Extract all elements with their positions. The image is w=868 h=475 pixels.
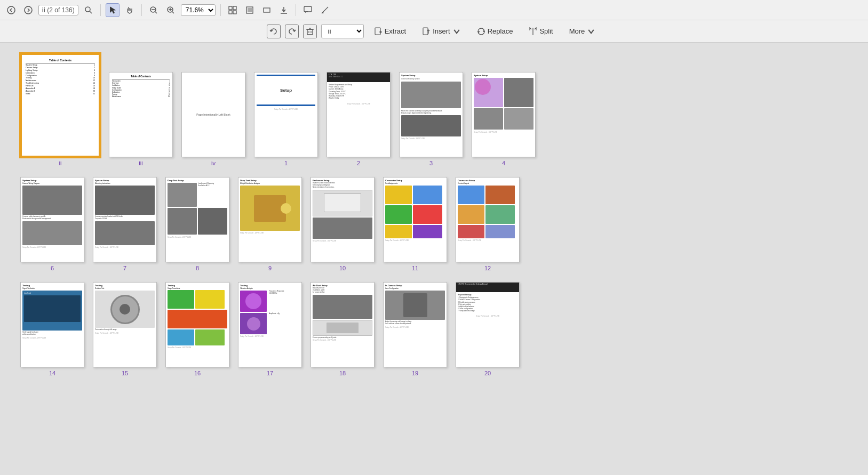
separator1 xyxy=(100,4,101,16)
zoom-select[interactable]: 50% 71.6% 100% 150% xyxy=(181,4,216,16)
svg-point-2 xyxy=(85,7,90,12)
page-thumb-8[interactable]: Drop Test Setup Loading and Clamping Use… xyxy=(165,177,229,271)
svg-rect-18 xyxy=(264,8,270,12)
page-num-20: 20 xyxy=(484,370,491,376)
comment-button[interactable] xyxy=(301,3,315,17)
separator2 xyxy=(141,4,142,16)
page-num-ii: ii xyxy=(59,160,62,166)
main-content: Table of Contents System Setup1 Camera S… xyxy=(0,43,868,475)
svg-line-7 xyxy=(155,12,157,13)
select-tool[interactable] xyxy=(106,3,120,17)
toolbar-second: ii iii iv 1 Extract Insert Replace xyxy=(0,20,868,43)
svg-point-1 xyxy=(25,6,32,14)
page-total: (2 of 136) xyxy=(47,6,74,14)
split-button[interactable]: Split xyxy=(523,25,559,38)
replace-label: Replace xyxy=(488,27,513,35)
pages-row-1: Table of Contents System Setup1 Camera S… xyxy=(16,53,852,166)
page-num-14: 14 xyxy=(49,370,55,376)
page-thumb-7[interactable]: System Setup Mounting Instructions Secur… xyxy=(93,177,157,271)
forward-button[interactable] xyxy=(21,3,35,17)
svg-rect-21 xyxy=(304,6,312,12)
page-thumb-18[interactable]: Air Duct Setup A quality air duct instal… xyxy=(310,282,375,376)
back-button[interactable] xyxy=(4,3,18,17)
page-num-6: 6 xyxy=(51,265,54,271)
page-thumb-10[interactable]: Enclosure Setup Install PCB into enclosu… xyxy=(310,177,375,271)
zoom-in-button[interactable] xyxy=(164,3,178,17)
page-thumb-6[interactable]: System Setup Camera Wiring Diagram Conne… xyxy=(20,177,84,271)
page-thumb-17[interactable]: Testing Vibration Analysis Frequency Res… xyxy=(238,282,302,376)
page-num-iii: iii xyxy=(139,160,142,166)
page-thumb-4[interactable]: System Setup Setup Per Console - LKP P1-… xyxy=(472,72,536,166)
page-thumb-1[interactable]: Setup Setup Per Console - LKP P1-298 1 xyxy=(254,72,318,166)
page-thumb-14[interactable]: Testing Signal Verification Live Feed Ve… xyxy=(20,282,84,376)
page-num-7: 7 xyxy=(123,265,126,271)
page-num-17: 17 xyxy=(267,370,273,376)
page-num-2: 2 xyxy=(357,160,360,166)
delete-page-button[interactable] xyxy=(303,25,317,38)
page-thumb-11[interactable]: Connector Setup Port Assignments xyxy=(383,177,447,271)
svg-rect-13 xyxy=(233,6,236,10)
fit-page-button[interactable] xyxy=(243,3,257,17)
insert-dropdown-arrow xyxy=(452,27,461,36)
hand-tool[interactable] xyxy=(123,3,137,17)
page-thumb-20[interactable]: LTN-TFX Recommended Settings Manual Requ… xyxy=(456,282,520,376)
svg-line-3 xyxy=(90,11,92,13)
toolbar-top: ii (2 of 136) 50% xyxy=(0,0,868,20)
page-thumb-15[interactable]: Testing Rotation Test Test rotation thro… xyxy=(93,282,157,376)
page-display: ii xyxy=(42,6,45,14)
insert-label: Insert xyxy=(433,27,450,35)
page-num-9: 9 xyxy=(268,265,272,271)
undo-button[interactable] xyxy=(267,25,281,38)
redo-button[interactable] xyxy=(285,25,299,38)
page-num-3: 3 xyxy=(429,160,433,166)
page-num-iv: iv xyxy=(211,160,216,166)
page-indicator: ii (2 of 136) xyxy=(38,5,78,15)
page-thumb-9[interactable]: Drop Test Setup Weight Distribution Anal… xyxy=(238,177,302,271)
page-num-8: 8 xyxy=(196,265,199,271)
svg-point-0 xyxy=(7,6,15,14)
pages-row-3: Testing Signal Verification Live Feed Ve… xyxy=(16,282,852,376)
split-label: Split xyxy=(539,27,553,35)
page-select[interactable]: ii iii iv 1 xyxy=(321,24,364,38)
more-label: More xyxy=(569,27,585,35)
download-button[interactable] xyxy=(277,3,291,17)
insert-button[interactable]: Insert xyxy=(416,25,467,38)
svg-rect-15 xyxy=(233,11,236,14)
page-num-1: 1 xyxy=(284,160,288,166)
page-thumb-2[interactable]: LTN-TFX Spec Sheet Rev 2.1 System Requir… xyxy=(327,72,391,166)
page-thumb-12[interactable]: Connector Setup Terminal Layout xyxy=(456,177,520,271)
svg-rect-12 xyxy=(229,6,232,10)
page-num-18: 18 xyxy=(339,370,346,376)
more-dropdown-arrow xyxy=(587,27,595,36)
page-thumb-iv[interactable]: Page Intentionally Left Blank iv xyxy=(181,72,245,166)
pages-row-2: System Setup Camera Wiring Diagram Conne… xyxy=(16,177,852,271)
page-thumb-19[interactable]: In-Camera Setup Lens Configuration Adjus… xyxy=(383,282,447,376)
page-num-12: 12 xyxy=(484,265,491,271)
page-thumb-3[interactable]: System Setup Camera Mounting System Moun… xyxy=(399,72,463,166)
svg-rect-30 xyxy=(423,28,428,35)
svg-rect-28 xyxy=(375,28,380,35)
page-thumb-ii[interactable]: Table of Contents System Setup1 Camera S… xyxy=(20,53,100,166)
page-thumb-iii[interactable]: Table of Contents Introductioni Overview… xyxy=(109,72,173,166)
svg-marker-4 xyxy=(110,6,115,13)
page-num-16: 16 xyxy=(194,370,201,376)
more-button[interactable]: More xyxy=(563,25,602,38)
replace-button[interactable]: Replace xyxy=(471,25,519,38)
grid-view-button[interactable] xyxy=(226,3,240,17)
pen-button[interactable] xyxy=(318,3,332,17)
separator4 xyxy=(296,4,296,16)
zoom-out-button[interactable] xyxy=(147,3,161,17)
page-num-19: 19 xyxy=(412,370,418,376)
page-num-11: 11 xyxy=(412,265,418,271)
svg-rect-23 xyxy=(307,29,313,35)
page-thumb-16[interactable]: Testing Stage Transitions Setup P xyxy=(165,282,229,376)
page-num-15: 15 xyxy=(122,370,128,376)
extract-button[interactable]: Extract xyxy=(368,25,412,38)
svg-rect-17 xyxy=(248,8,252,12)
search-button[interactable] xyxy=(82,3,95,17)
svg-rect-14 xyxy=(229,11,232,14)
extract-label: Extract xyxy=(385,27,406,35)
svg-line-11 xyxy=(172,12,174,13)
separator3 xyxy=(220,4,221,16)
fit-width-button[interactable] xyxy=(260,3,274,17)
